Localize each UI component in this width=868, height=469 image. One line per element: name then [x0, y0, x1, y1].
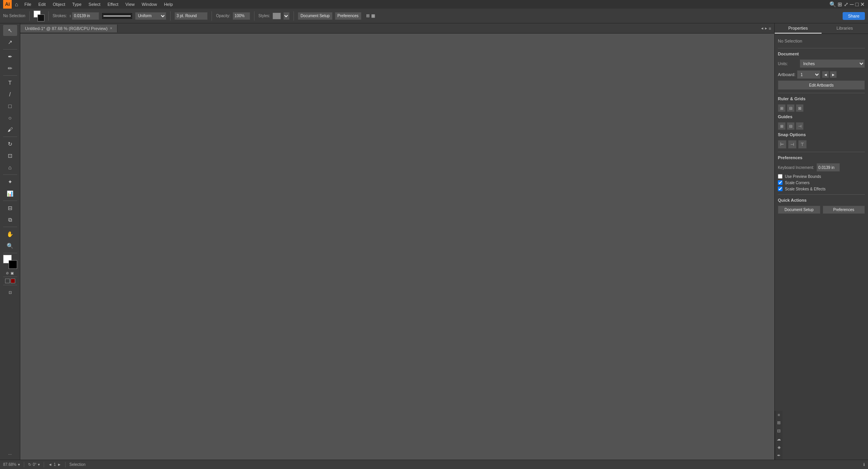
- next-artboard-btn[interactable]: ►: [57, 462, 61, 467]
- panel-swatches-icon[interactable]: ◈: [777, 445, 781, 450]
- rect-tool[interactable]: □: [3, 101, 17, 112]
- stroke-value-input[interactable]: [72, 12, 99, 20]
- menu-file[interactable]: File: [21, 1, 34, 7]
- stroke-preview: [101, 12, 133, 20]
- tab-properties[interactable]: Properties: [775, 23, 822, 34]
- selection-tool[interactable]: ↖: [3, 25, 17, 36]
- panel-brushes-icon[interactable]: ✒: [777, 453, 781, 458]
- guide-icon-1[interactable]: ⊞: [778, 122, 786, 130]
- hand-tool[interactable]: ✋: [3, 229, 17, 240]
- menu-select[interactable]: Select: [85, 1, 104, 7]
- snap-btn-2[interactable]: ⊣: [788, 140, 797, 149]
- document-tab[interactable]: Untitled-1* @ 87.68 % (RGB/CPU Preview) …: [20, 25, 117, 32]
- rotation-down-arrow[interactable]: ▾: [38, 462, 40, 467]
- stroke-type-select[interactable]: Uniform: [135, 12, 166, 20]
- ruler-icon-1[interactable]: ⊞: [778, 104, 786, 112]
- type-tool[interactable]: T: [3, 77, 17, 88]
- zoom-tool[interactable]: 🔍: [3, 240, 17, 251]
- artboard-select[interactable]: 1: [797, 70, 820, 79]
- stroke-box: [37, 14, 44, 21]
- artboard-tool[interactable]: ⊟: [3, 203, 17, 213]
- styles-swatch[interactable]: [272, 12, 281, 20]
- color-boxes[interactable]: [3, 255, 17, 269]
- search-icon[interactable]: 🔍: [829, 1, 836, 7]
- snap-btn-1[interactable]: ⊢: [778, 140, 786, 149]
- panel-layers-icon[interactable]: ⊞: [777, 420, 781, 425]
- ellipse-tool[interactable]: ○: [3, 112, 17, 123]
- artboard-next[interactable]: ►: [830, 71, 837, 78]
- status-sep-2: [44, 462, 44, 467]
- stroke-color-box: [9, 260, 17, 269]
- preferences-button[interactable]: Preferences: [335, 12, 361, 20]
- menu-edit[interactable]: Edit: [35, 1, 49, 7]
- normal-mode[interactable]: [5, 279, 10, 283]
- opacity-input[interactable]: [233, 12, 250, 20]
- artboard-prev[interactable]: ◄: [822, 71, 829, 78]
- artboard-widget[interactable]: ⊡: [3, 287, 17, 298]
- tab-libraries[interactable]: Libraries: [822, 23, 868, 34]
- styles-select[interactable]: [283, 12, 290, 20]
- snap-btn-3[interactable]: ⊤: [798, 140, 807, 149]
- keyboard-increment-input[interactable]: [816, 163, 840, 172]
- minimize-icon[interactable]: ─: [850, 1, 854, 7]
- menu-view[interactable]: View: [122, 1, 138, 7]
- document-setup-quick-btn[interactable]: Document Setup: [778, 206, 820, 214]
- units-label: Units:: [778, 62, 797, 66]
- menu-type[interactable]: Type: [69, 1, 85, 7]
- menu-window[interactable]: Window: [139, 1, 160, 7]
- scale-tool[interactable]: ⊡: [3, 150, 17, 161]
- maximize-icon[interactable]: □: [856, 1, 859, 7]
- no-selection-text: No Selection: [778, 37, 865, 45]
- guide-icon-3[interactable]: ⊣: [796, 122, 804, 130]
- arrange-icon-panel[interactable]: ▦: [371, 13, 375, 18]
- warp-tool[interactable]: ⌂: [3, 162, 17, 173]
- collapse-left-icon[interactable]: ◂: [761, 26, 763, 31]
- arrange-icon[interactable]: ⊞: [838, 1, 842, 7]
- stroke-size-input[interactable]: [174, 12, 208, 20]
- rotate-tool[interactable]: ↻: [3, 139, 17, 149]
- panel-properties-icon[interactable]: ≡: [777, 412, 780, 417]
- panel-artboards-icon[interactable]: ⊟: [777, 428, 781, 433]
- panel-assets-icon[interactable]: ☁: [777, 437, 781, 442]
- more-tools[interactable]: ···: [8, 452, 12, 458]
- close-tab-button[interactable]: ×: [110, 26, 112, 30]
- menu-effect[interactable]: Effect: [104, 1, 121, 7]
- pen-tool[interactable]: ✒: [3, 51, 17, 62]
- ruler-icons-row: ⊞ ⊟ ⊠: [778, 104, 865, 112]
- status-info-icon[interactable]: ℹ: [863, 462, 865, 467]
- document-setup-button[interactable]: Document Setup: [298, 12, 333, 20]
- graph-tool[interactable]: 📊: [3, 188, 17, 199]
- prev-artboard-btn[interactable]: ◄: [48, 462, 52, 467]
- pencil-tool[interactable]: ✏: [3, 63, 17, 74]
- menu-object[interactable]: Object: [50, 1, 68, 7]
- edit-artboards-button[interactable]: Edit Artboards: [778, 80, 865, 90]
- direct-selection-tool[interactable]: ↗: [3, 37, 17, 48]
- zoom-down-arrow[interactable]: ▾: [18, 462, 20, 467]
- scale-corners-checkbox[interactable]: [778, 180, 783, 185]
- home-icon[interactable]: ⌂: [15, 1, 18, 7]
- close-icon[interactable]: ✕: [860, 1, 865, 7]
- eyedropper-tool[interactable]: ✦: [3, 176, 17, 187]
- panel-menu-icon[interactable]: ≡: [769, 26, 771, 31]
- fill-stroke-indicator[interactable]: [34, 11, 44, 21]
- share-button[interactable]: Share: [843, 12, 865, 20]
- use-preview-bounds-checkbox[interactable]: [778, 174, 783, 179]
- mask-mode[interactable]: [11, 279, 15, 283]
- gradient-icon[interactable]: ▣: [11, 271, 14, 275]
- ruler-icon-2[interactable]: ⊟: [787, 104, 795, 112]
- guide-icon-2[interactable]: ⊟: [787, 122, 795, 130]
- menu-help[interactable]: Help: [161, 1, 176, 7]
- units-select[interactable]: Inches Pixels Centimeters: [800, 59, 865, 68]
- slice-tool[interactable]: ⧉: [3, 214, 17, 225]
- line-tool[interactable]: /: [3, 89, 17, 100]
- paintbrush-tool[interactable]: 🖌: [3, 124, 17, 135]
- arrange-icon-bar[interactable]: ⊞: [366, 13, 370, 18]
- preferences-quick-btn[interactable]: Preferences: [823, 206, 865, 214]
- scale-strokes-checkbox[interactable]: [778, 187, 783, 191]
- zoom-value: 87.68%: [3, 462, 16, 467]
- toolbar-sep-3: [170, 11, 171, 21]
- fullscreen-icon[interactable]: ⤢: [844, 1, 848, 7]
- none-icon[interactable]: ⊘: [6, 271, 9, 275]
- ruler-icon-3[interactable]: ⊠: [796, 104, 804, 112]
- collapse-right-icon[interactable]: ▸: [765, 26, 767, 31]
